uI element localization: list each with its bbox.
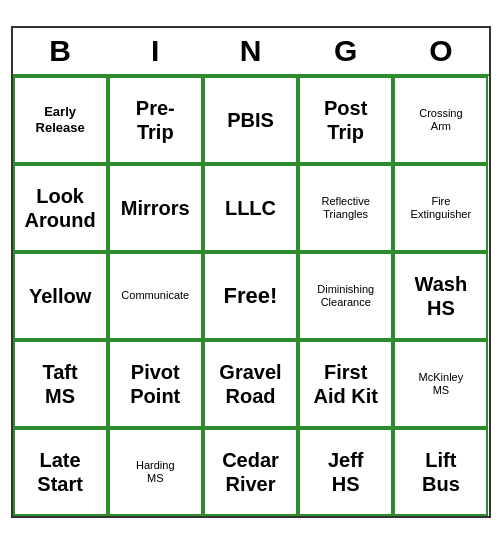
bingo-cell: Communicate [108, 252, 203, 340]
bingo-cell: PostTrip [298, 76, 393, 164]
header-letter: G [298, 28, 393, 74]
cell-text: FirstAid Kit [313, 360, 377, 408]
bingo-cell: GravelRoad [203, 340, 298, 428]
cell-text: WashHS [415, 272, 468, 320]
header-letter: I [108, 28, 203, 74]
bingo-cell: Free! [203, 252, 298, 340]
cell-text: GravelRoad [219, 360, 281, 408]
bingo-cell: DiminishingClearance [298, 252, 393, 340]
bingo-cell: LookAround [13, 164, 108, 252]
cell-text: DiminishingClearance [317, 283, 374, 309]
header-letter: B [13, 28, 108, 74]
cell-text: EarlyRelease [36, 104, 85, 135]
cell-text: CrossingArm [419, 107, 462, 133]
bingo-cell: Mirrors [108, 164, 203, 252]
bingo-cell: CedarRiver [203, 428, 298, 516]
bingo-cell: Yellow [13, 252, 108, 340]
cell-text: PostTrip [324, 96, 367, 144]
cell-text: LateStart [37, 448, 83, 496]
bingo-cell: FireExtinguisher [393, 164, 488, 252]
cell-text: PivotPoint [130, 360, 180, 408]
bingo-cell: WashHS [393, 252, 488, 340]
bingo-cell: HardingMS [108, 428, 203, 516]
bingo-cell: JeffHS [298, 428, 393, 516]
cell-text: JeffHS [328, 448, 364, 496]
bingo-cell: Pre-Trip [108, 76, 203, 164]
bingo-cell: LateStart [13, 428, 108, 516]
bingo-cell: LiftBus [393, 428, 488, 516]
cell-text: LiftBus [422, 448, 460, 496]
bingo-cell: ReflectiveTriangles [298, 164, 393, 252]
cell-text: Free! [224, 283, 278, 309]
bingo-cell: PivotPoint [108, 340, 203, 428]
bingo-cell: EarlyRelease [13, 76, 108, 164]
cell-text: LookAround [25, 184, 96, 232]
header-letter: N [203, 28, 298, 74]
cell-text: Communicate [121, 289, 189, 302]
bingo-cell: PBIS [203, 76, 298, 164]
cell-text: Mirrors [121, 196, 190, 220]
cell-text: Pre-Trip [136, 96, 175, 144]
cell-text: FireExtinguisher [411, 195, 472, 221]
cell-text: ReflectiveTriangles [322, 195, 370, 221]
bingo-grid: EarlyReleasePre-TripPBISPostTripCrossing… [13, 74, 489, 516]
bingo-header: BINGO [13, 28, 489, 74]
cell-text: PBIS [227, 108, 274, 132]
bingo-cell: LLLC [203, 164, 298, 252]
cell-text: HardingMS [136, 459, 175, 485]
cell-text: TaftMS [43, 360, 78, 408]
cell-text: Yellow [29, 284, 91, 308]
bingo-cell: TaftMS [13, 340, 108, 428]
cell-text: McKinleyMS [419, 371, 464, 397]
cell-text: LLLC [225, 196, 276, 220]
cell-text: CedarRiver [222, 448, 279, 496]
bingo-cell: CrossingArm [393, 76, 488, 164]
bingo-cell: McKinleyMS [393, 340, 488, 428]
bingo-card: BINGO EarlyReleasePre-TripPBISPostTripCr… [11, 26, 491, 518]
header-letter: O [393, 28, 488, 74]
bingo-cell: FirstAid Kit [298, 340, 393, 428]
